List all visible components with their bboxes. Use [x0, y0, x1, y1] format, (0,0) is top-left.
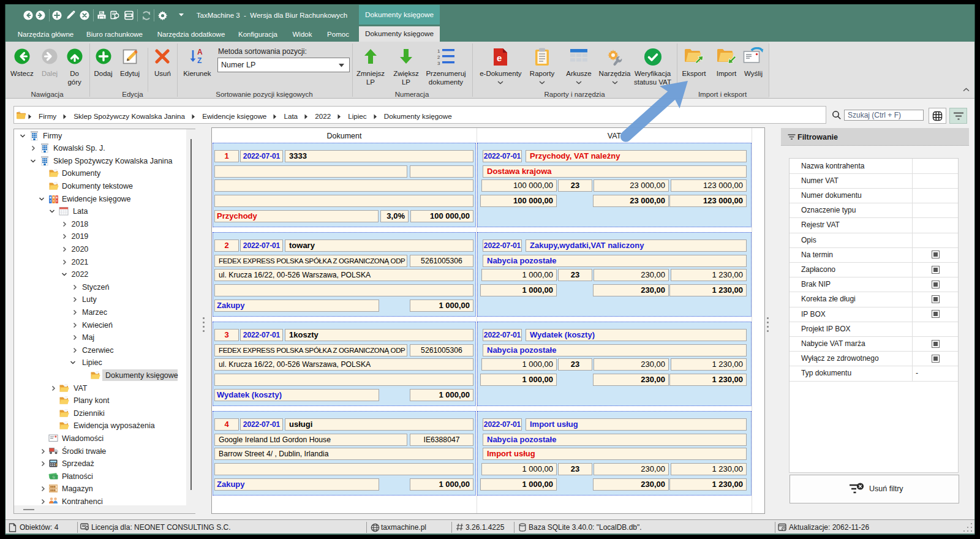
svg-text:1: 1 [437, 48, 440, 54]
svg-text:zł: zł [53, 475, 55, 478]
svg-text:3: 3 [437, 61, 440, 66]
svg-text:e: e [497, 53, 502, 63]
svg-text:2: 2 [437, 55, 440, 60]
svg-text:Z: Z [197, 56, 202, 65]
svg-text:A: A [197, 48, 203, 56]
